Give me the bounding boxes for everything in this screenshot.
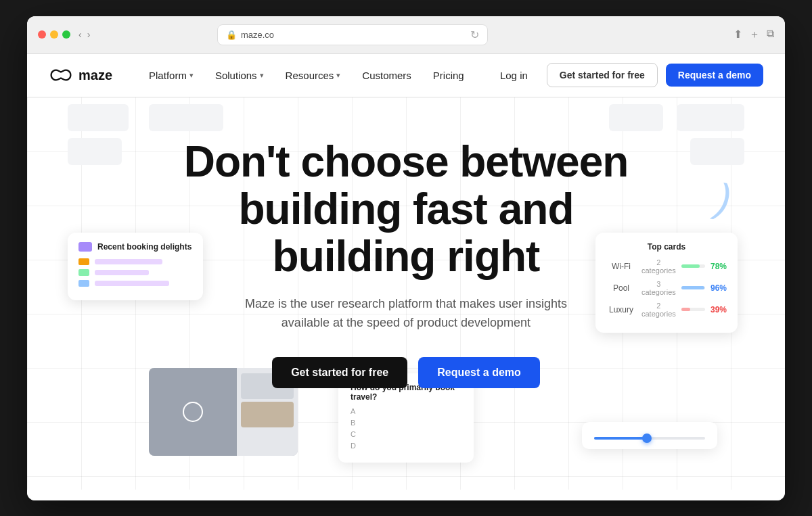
nav-item-customers[interactable]: Customers	[353, 64, 421, 87]
hero-subtitle: Maze is the user research platform that …	[230, 294, 582, 333]
nav-items: Platform ▾ Solutions ▾ Resources ▾ Custo…	[139, 64, 489, 87]
deco-block	[677, 104, 744, 131]
slider-card	[582, 422, 717, 449]
browser-window: ‹ › 🔒 maze.co ↻ ⬆ ＋ ⧉ maze Platfo	[27, 16, 785, 500]
hero-section: ) Don't choose between building fast and…	[27, 97, 785, 490]
survey-option-a: A	[351, 407, 461, 415]
proto-image-2	[241, 402, 294, 427]
prototype-circle	[183, 402, 203, 422]
nav-item-solutions[interactable]: Solutions ▾	[206, 64, 273, 87]
new-tab-icon[interactable]: ＋	[749, 28, 760, 42]
nav-right: Log in Get started for free Request a de…	[489, 63, 763, 87]
login-button[interactable]: Log in	[489, 64, 539, 87]
deco-block	[609, 104, 663, 131]
navbar: maze Platform ▾ Solutions ▾ Resources ▾ …	[27, 54, 785, 97]
nav-item-platform[interactable]: Platform ▾	[139, 64, 203, 87]
get-started-button[interactable]: Get started for free	[547, 63, 658, 87]
hero-request-demo-button[interactable]: Request a demo	[418, 357, 540, 388]
forward-icon[interactable]: ›	[87, 29, 91, 40]
chevron-down-icon: ▾	[336, 71, 340, 80]
slider-track	[594, 437, 705, 440]
minimize-button[interactable]	[50, 30, 58, 39]
hero-title: Don't choose between building fast and b…	[169, 138, 643, 281]
logo-text: maze	[78, 68, 112, 83]
hero-get-started-button[interactable]: Get started for free	[272, 357, 407, 388]
traffic-lights	[38, 30, 70, 39]
refresh-icon[interactable]: ↻	[470, 28, 479, 41]
nav-item-resources[interactable]: Resources ▾	[276, 64, 351, 87]
maximize-button[interactable]	[62, 30, 70, 39]
hero-buttons: Get started for free Request a demo	[49, 357, 763, 388]
logo[interactable]: maze	[49, 67, 112, 83]
slider-fill	[594, 437, 644, 440]
hero-content: Don't choose between building fast and b…	[49, 138, 763, 389]
deco-block	[149, 104, 223, 131]
page-content: maze Platform ▾ Solutions ▾ Resources ▾ …	[27, 54, 785, 500]
tabs-icon[interactable]: ⧉	[767, 28, 774, 42]
close-button[interactable]	[38, 30, 46, 39]
survey-option-d: D	[351, 442, 461, 450]
address-bar[interactable]: 🔒 maze.co ↻	[217, 24, 488, 45]
deco-block	[68, 104, 129, 131]
lock-icon: 🔒	[226, 30, 237, 40]
browser-actions: ⬆ ＋ ⧉	[734, 28, 774, 42]
back-icon[interactable]: ‹	[78, 29, 82, 40]
url-text: maze.co	[241, 30, 274, 40]
chevron-down-icon: ▾	[189, 71, 194, 80]
share-icon[interactable]: ⬆	[734, 28, 742, 42]
browser-controls: ‹ ›	[78, 29, 90, 40]
chevron-down-icon: ▾	[260, 71, 264, 80]
survey-option-c: C	[351, 430, 461, 438]
request-demo-button[interactable]: Request a demo	[666, 64, 763, 87]
survey-option-b: B	[351, 419, 461, 427]
nav-item-pricing[interactable]: Pricing	[424, 64, 474, 87]
browser-chrome: ‹ › 🔒 maze.co ↻ ⬆ ＋ ⧉	[27, 16, 785, 54]
slider-thumb[interactable]	[642, 433, 652, 443]
